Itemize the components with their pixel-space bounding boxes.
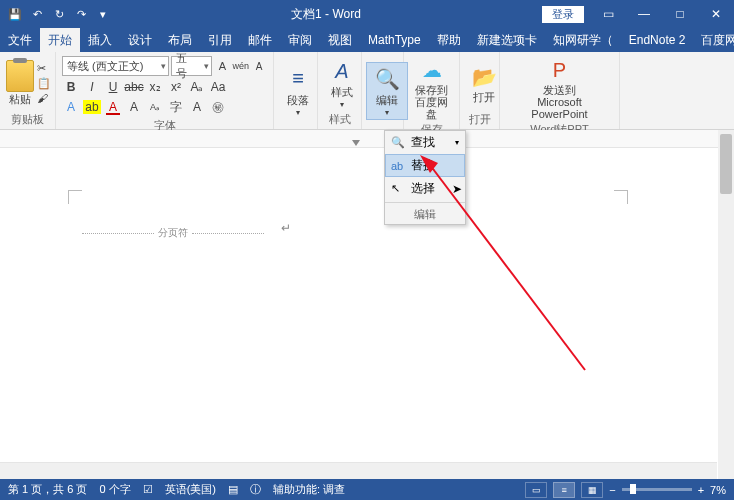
status-macro-icon[interactable]: ▤ [228, 483, 238, 496]
repeat-icon[interactable]: ↻ [52, 7, 66, 21]
scroll-thumb[interactable] [720, 134, 732, 194]
menu-replace[interactable]: ab 替换 [385, 154, 465, 177]
group-styles: A 样式 ▾ 样式 [318, 52, 362, 129]
editing-button[interactable]: 🔍 编辑 ▾ [366, 62, 408, 120]
paste-button[interactable]: 粘贴 [4, 60, 35, 107]
cloud-icon: ☁ [418, 56, 446, 84]
tab-mailings[interactable]: 邮件 [240, 28, 280, 52]
view-web-button[interactable]: ▦ [581, 482, 603, 498]
ruler[interactable] [0, 130, 734, 148]
phonetic-icon[interactable]: wén [232, 56, 249, 76]
replace-icon: ab [391, 160, 405, 172]
send-ppt-button[interactable]: P 发送到 Microsoft PowerPoint [504, 54, 615, 122]
find-icon: 🔍 [373, 65, 401, 93]
group-clipboard: 粘贴 ✂ 📋 🖌 剪贴板 [0, 52, 56, 129]
tab-insert[interactable]: 插入 [80, 28, 120, 52]
menu-select[interactable]: ↖ 选择 ➤ [385, 177, 465, 200]
cursor-pointer-icon: ➤ [452, 182, 462, 196]
zoom-slider[interactable] [622, 488, 692, 491]
char-shading-icon[interactable]: A [125, 98, 143, 116]
font-color-icon[interactable]: A [104, 98, 122, 116]
font-name-combo[interactable]: 等线 (西文正文) [62, 56, 169, 76]
status-page[interactable]: 第 1 页，共 6 页 [8, 482, 87, 497]
circled-char-icon[interactable]: ㊙ [209, 98, 227, 116]
autosave-icon[interactable]: 💾 [8, 7, 22, 21]
underline-button[interactable]: U [104, 78, 122, 96]
styles-button[interactable]: A 样式 ▾ [322, 55, 362, 111]
tab-help[interactable]: 帮助 [429, 28, 469, 52]
tab-home[interactable]: 开始 [40, 28, 80, 52]
document-area[interactable]: 分页符 ↵ [0, 130, 734, 479]
styles-group-label: 样式 [322, 112, 357, 129]
open-group-label: 打开 [464, 112, 495, 129]
tab-mathtype[interactable]: MathType [360, 28, 429, 52]
open-button[interactable]: 📂 打开 [464, 61, 504, 105]
cut-icon[interactable]: ✂ [37, 62, 51, 75]
login-button[interactable]: 登录 [542, 6, 584, 23]
shrink-font-icon[interactable]: A [251, 56, 267, 76]
paragraph-button[interactable]: ≡ 段落 ▾ [278, 63, 318, 119]
menu-group-label: 编辑 [385, 205, 465, 224]
status-a11y-icon: ⓘ [250, 482, 261, 497]
tab-references[interactable]: 引用 [200, 28, 240, 52]
tab-endnote[interactable]: EndNote 2 [621, 28, 694, 52]
bold-button[interactable]: B [62, 78, 80, 96]
zoom-out-button[interactable]: − [609, 484, 615, 496]
zoom-thumb[interactable] [630, 484, 636, 494]
page[interactable]: 分页符 ↵ [68, 148, 608, 479]
font-size-combo[interactable]: 五号 [171, 56, 212, 76]
view-print-button[interactable]: ≡ [553, 482, 575, 498]
grow-font-icon[interactable]: A [214, 56, 230, 76]
tab-custom[interactable]: 新建选项卡 [469, 28, 545, 52]
subscript-button[interactable]: x₂ [146, 78, 164, 96]
format-painter-icon[interactable]: 🖌 [37, 92, 51, 104]
paste-label: 粘贴 [9, 92, 31, 107]
minimize-icon[interactable]: — [626, 0, 662, 28]
open-label: 打开 [473, 91, 495, 103]
margin-corner-left [68, 190, 82, 204]
menu-find[interactable]: 🔍 查找 ▾ [385, 131, 465, 154]
zoom-in-button[interactable]: + [698, 484, 704, 496]
char-scaling-icon[interactable]: A [188, 98, 206, 116]
view-read-button[interactable]: ▭ [525, 482, 547, 498]
strike-button[interactable]: abc [125, 78, 143, 96]
save-baidu-button[interactable]: ☁ 保存到百度网盘 [408, 54, 455, 122]
tab-review[interactable]: 审阅 [280, 28, 320, 52]
ribbon-options-icon[interactable]: ▭ [590, 0, 626, 28]
status-proofing-icon[interactable]: ☑ [143, 483, 153, 496]
group-paragraph: ≡ 段落 ▾ [274, 52, 318, 129]
tab-design[interactable]: 设计 [120, 28, 160, 52]
tab-baidu[interactable]: 百度网盘 [693, 28, 734, 52]
char-border-icon[interactable]: Aₐ [146, 98, 164, 116]
enclose-char-icon[interactable]: 字 [167, 98, 185, 116]
tab-stop-icon[interactable] [352, 140, 360, 146]
italic-button[interactable]: I [83, 78, 101, 96]
undo-icon[interactable]: ↶ [30, 7, 44, 21]
highlight-icon[interactable]: ab [83, 98, 101, 116]
change-case-icon[interactable]: Aa [209, 78, 227, 96]
qat-more-icon[interactable]: ▾ [96, 7, 110, 21]
chevron-down-icon: ▾ [455, 138, 459, 147]
send-ppt-label: 发送到 Microsoft PowerPoint [510, 84, 609, 120]
maximize-icon[interactable]: □ [662, 0, 698, 28]
status-lang[interactable]: 英语(美国) [165, 482, 216, 497]
horizontal-scrollbar[interactable] [0, 462, 717, 479]
status-a11y[interactable]: 辅助功能: 调查 [273, 482, 345, 497]
margin-corner-right [614, 190, 628, 204]
tab-file[interactable]: 文件 [0, 28, 40, 52]
text-effects-icon[interactable]: A [62, 98, 80, 116]
tab-view[interactable]: 视图 [320, 28, 360, 52]
close-icon[interactable]: ✕ [698, 0, 734, 28]
redo-icon[interactable]: ↷ [74, 7, 88, 21]
tab-cnki[interactable]: 知网研学（ [545, 28, 621, 52]
tab-layout[interactable]: 布局 [160, 28, 200, 52]
zoom-level[interactable]: 7% [710, 484, 726, 496]
vertical-scrollbar[interactable] [718, 130, 734, 479]
editing-label: 编辑 [376, 93, 398, 108]
titlebar: 💾 ↶ ↻ ↷ ▾ 文档1 - Word 登录 ▭ — □ ✕ [0, 0, 734, 28]
status-words[interactable]: 0 个字 [99, 482, 130, 497]
copy-icon[interactable]: 📋 [37, 77, 51, 90]
paragraph-icon: ≡ [284, 65, 312, 93]
styles-icon: A [328, 57, 356, 85]
search-icon: 🔍 [391, 136, 405, 149]
